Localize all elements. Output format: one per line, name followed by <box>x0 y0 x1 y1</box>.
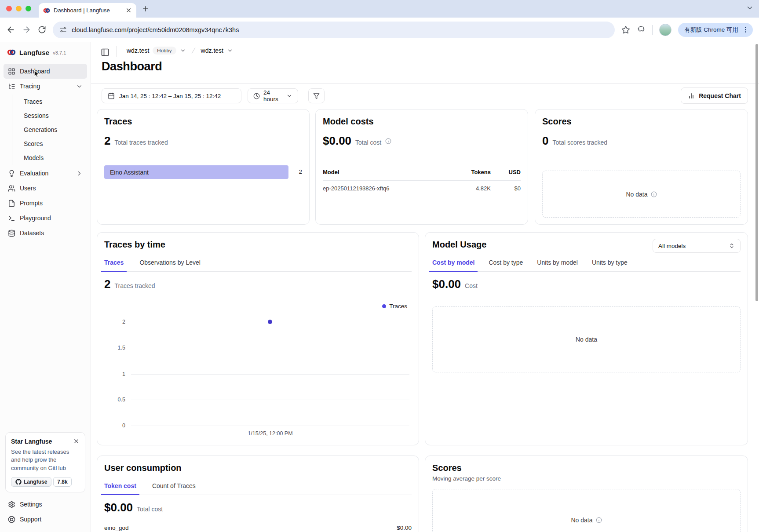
model-usage-tabs: Cost by model Cost by type Units by mode… <box>432 259 741 272</box>
tab-token-cost[interactable]: Token cost <box>104 482 136 495</box>
date-range-value: Jan 14, 25 : 12:42 – Jan 15, 25 : 12:42 <box>119 93 221 99</box>
gridline <box>131 374 409 375</box>
sidebar-item-prompts[interactable]: Prompts <box>4 196 87 211</box>
traces-by-time-tabs: Traces Observations by Level <box>104 259 412 272</box>
table-row[interactable]: ep-20250112193826-xftq6 4.82K $0 <box>323 185 521 192</box>
tab-close-icon[interactable] <box>125 7 132 14</box>
browser-menu-icon[interactable] <box>742 26 749 33</box>
scores-total-value: 0 <box>542 134 548 148</box>
lightbulb-icon <box>8 170 15 177</box>
address-bar[interactable]: cloud.langfuse.com/project/cm50idm0208mx… <box>53 22 615 38</box>
langfuse-logo-icon <box>7 48 16 57</box>
chart-legend: Traces <box>382 303 407 310</box>
sidebar-item-scores[interactable]: Scores <box>12 137 87 151</box>
breadcrumb-org[interactable]: wdz.test <box>127 47 149 54</box>
sidebar-item-tracing[interactable]: Tracing <box>4 79 87 94</box>
date-range-picker[interactable]: Jan 14, 25 : 12:42 – Jan 15, 25 : 12:42 <box>102 88 241 103</box>
url-text: cloud.langfuse.com/project/cm50idm0208mx… <box>72 26 239 33</box>
new-tab-button[interactable] <box>142 5 150 13</box>
tab-search-chevron-icon[interactable] <box>746 4 754 12</box>
tab-units-by-type[interactable]: Units by type <box>592 259 628 271</box>
langfuse-favicon-icon <box>43 7 50 14</box>
page-scrollbar[interactable] <box>755 44 758 301</box>
github-star-button[interactable]: Langfuse <box>11 477 51 487</box>
brand-name: Langfuse <box>19 49 49 56</box>
column-header-usd: USD <box>491 169 521 175</box>
model-costs-table-header: Model Tokens USD <box>323 169 521 181</box>
trace-bar-row: Eino Assistant 2 <box>104 165 302 179</box>
chevrons-up-down-icon <box>729 243 735 249</box>
forward-icon[interactable] <box>22 25 31 34</box>
sidebar-item-label: Support <box>20 516 41 523</box>
chevron-right-icon[interactable] <box>76 170 83 177</box>
tab-observations-by-level[interactable]: Observations by Level <box>139 259 201 271</box>
time-preset-dropdown[interactable]: 24 hours <box>248 88 298 103</box>
list-item[interactable]: eino_god $0.00 <box>104 525 412 531</box>
sidebar-item-evaluation[interactable]: Evaluation <box>4 166 87 181</box>
sidebar-item-support[interactable]: Support <box>4 512 87 527</box>
tab-traces[interactable]: Traces <box>104 259 124 271</box>
close-icon[interactable] <box>73 438 80 445</box>
model-select[interactable]: All models <box>653 239 741 253</box>
sidebar-item-sessions[interactable]: Sessions <box>12 109 87 123</box>
total-cost-value: $0.00 <box>104 501 133 514</box>
reload-icon[interactable] <box>38 26 46 34</box>
breadcrumb-project[interactable]: wdz.test <box>201 47 223 54</box>
traces-tracked-label: Traces tracked <box>114 282 155 289</box>
chevron-down-icon[interactable] <box>227 47 233 54</box>
sidebar-item-users[interactable]: Users <box>4 181 87 196</box>
info-icon[interactable] <box>651 191 657 197</box>
request-chart-button[interactable]: Request Chart <box>681 87 748 104</box>
user-name: eino_god <box>104 525 129 531</box>
card-title: Traces by time <box>104 240 165 250</box>
tab-count-of-traces[interactable]: Count of Traces <box>152 482 196 495</box>
user-consumption-card: User consumption Token cost Count of Tra… <box>97 455 419 532</box>
star-langfuse-card: Star Langfuse See the latest releases an… <box>5 432 85 492</box>
info-icon[interactable] <box>596 517 602 523</box>
browser-tab[interactable]: Dashboard | Langfuse <box>39 3 136 18</box>
minimize-window-button[interactable] <box>16 6 22 11</box>
profile-avatar[interactable] <box>659 24 671 36</box>
tab-units-by-model[interactable]: Units by model <box>537 259 578 271</box>
card-title: Scores <box>432 463 462 473</box>
sidebar-item-dashboard[interactable]: Dashboard <box>4 64 87 79</box>
request-chart-label: Request Chart <box>699 92 741 99</box>
site-info-icon[interactable] <box>59 26 67 33</box>
star-card-body: See the latest releases and help grow th… <box>11 448 80 472</box>
chart-data-point[interactable] <box>268 320 272 324</box>
sidebar-item-label: Prompts <box>20 200 43 207</box>
chevron-down-icon[interactable] <box>180 47 186 54</box>
tab-cost-by-model[interactable]: Cost by model <box>432 259 474 271</box>
column-header-tokens: Tokens <box>447 169 491 175</box>
sidebar-item-settings[interactable]: Settings <box>4 497 87 512</box>
no-data-box: No data <box>542 171 741 218</box>
trace-name-bar[interactable]: Eino Assistant <box>104 165 288 179</box>
sidebar-item-models[interactable]: Models <box>12 151 87 165</box>
bookmark-star-icon[interactable] <box>621 26 630 34</box>
traces-tracked-value: 2 <box>104 277 110 291</box>
no-data-text: No data <box>626 191 647 198</box>
y-axis-tick: 0 <box>97 423 125 429</box>
chevron-down-icon[interactable] <box>76 83 83 90</box>
close-window-button[interactable] <box>6 6 12 11</box>
sidebar-item-playground[interactable]: Playground <box>4 211 87 226</box>
sidebar-item-generations[interactable]: Generations <box>12 123 87 137</box>
user-cost: $0.00 <box>397 525 412 531</box>
info-icon[interactable] <box>385 138 391 144</box>
breadcrumb-slash-icon <box>190 47 197 55</box>
back-icon[interactable] <box>6 25 15 34</box>
usd-cell: $0 <box>491 185 521 192</box>
sidebar-item-traces[interactable]: Traces <box>12 95 87 109</box>
model-select-value: All models <box>658 243 686 249</box>
tokens-cell: 4.82K <box>447 185 491 192</box>
chrome-update-chip[interactable]: 有新版 Chrome 可用 <box>678 23 753 37</box>
sidebar-toggle-icon[interactable] <box>101 48 109 57</box>
mouse-cursor <box>33 69 41 78</box>
maximize-window-button[interactable] <box>26 6 31 11</box>
star-card-title: Star Langfuse <box>11 438 52 445</box>
extensions-icon[interactable] <box>637 26 646 34</box>
tab-cost-by-type[interactable]: Cost by type <box>489 259 523 271</box>
github-star-count[interactable]: 7.8k <box>53 477 71 487</box>
filter-button[interactable] <box>308 88 325 103</box>
sidebar-item-datasets[interactable]: Datasets <box>4 226 87 240</box>
